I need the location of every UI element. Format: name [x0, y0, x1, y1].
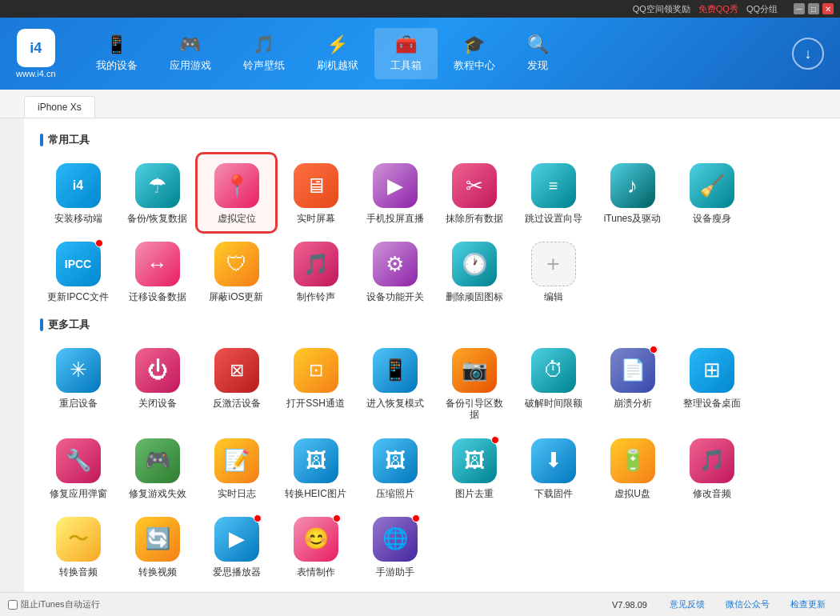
tool-edit-audio[interactable]: 🎵 修改音频	[674, 430, 750, 506]
nav-tutorial-label: 教程中心	[454, 58, 495, 73]
tool-update-ipcc[interactable]: IPCC 更新IPCC文件	[40, 234, 116, 309]
nav-tutorial[interactable]: 🎓 教程中心	[438, 28, 511, 79]
nav-my-device-label: 我的设备	[96, 58, 138, 73]
check-update-link[interactable]: 检查更新	[790, 598, 826, 610]
nav-toolbox[interactable]: 🧰 工具箱	[374, 28, 438, 79]
virtual-location-icon: 📍	[214, 163, 259, 208]
itunes-checkbox[interactable]	[8, 600, 18, 610]
tool-aisi-player[interactable]: ▶ 爱思播放器	[198, 509, 274, 584]
heic-icon: 🖼	[294, 438, 338, 483]
tool-fix-game[interactable]: 🎮 修复游戏失效	[119, 430, 195, 506]
firmware-icon: ⬇	[531, 438, 576, 483]
nav-toolbox-label: 工具箱	[390, 58, 422, 73]
tool-restart[interactable]: ✳ 重启设备	[40, 340, 116, 427]
log-icon: 📝	[214, 438, 259, 483]
virtual-location-label: 虚拟定位	[218, 213, 256, 224]
itunes-icon: ♪	[610, 163, 655, 208]
device-toggle-icon: ⚙	[373, 242, 418, 286]
itunes-label: iTunes及驱动	[604, 213, 662, 224]
device-toggle-label: 设备功能开关	[366, 291, 424, 302]
compress-label: 压缩照片	[376, 488, 414, 499]
organize-label: 整理设备桌面	[683, 398, 741, 409]
tool-backup-restore[interactable]: ☂ 备份/恢复数据	[119, 155, 195, 230]
itunes-checkbox-area[interactable]: 阻止iTunes自动运行	[8, 598, 100, 610]
tool-emoji-make[interactable]: 😊 表情制作	[278, 509, 354, 584]
tool-migrate-data[interactable]: ↔ 迁移设备数据	[119, 234, 195, 309]
recovery-label: 进入恢复模式	[366, 398, 424, 409]
status-bar: 阻止iTunes自动运行 V7.98.09 意见反馈 微信公众号 检查更新	[0, 592, 840, 616]
tool-install-app[interactable]: i4 安装移动端	[40, 155, 116, 230]
maximize-button[interactable]: □	[808, 3, 819, 14]
ad-item-3[interactable]: QQ分组	[746, 3, 778, 15]
nav-flash[interactable]: ⚡ 刷机越狱	[301, 28, 374, 79]
tool-close-device[interactable]: ⏻ 关闭设备	[119, 340, 195, 427]
tool-make-ringtone[interactable]: 🎵 制作铃声	[278, 234, 354, 309]
tool-edit-placeholder[interactable]: + 编辑	[515, 234, 591, 309]
tool-organize-desktop[interactable]: ⊞ 整理设备桌面	[674, 340, 750, 427]
feedback-link[interactable]: 意见反馈	[670, 598, 705, 610]
logo-icon: i4	[17, 29, 55, 67]
convert-video-label: 转换视频	[138, 566, 177, 578]
nav-ringtone[interactable]: 🎵 铃声壁纸	[227, 28, 301, 79]
tool-itunes-driver[interactable]: ♪ iTunes及驱动	[594, 155, 670, 230]
tool-skip-setup[interactable]: ≡ 跳过设置向导	[515, 155, 591, 230]
tool-realtime-screen[interactable]: 🖥 实时屏幕	[278, 155, 354, 230]
tool-virtual-udisk[interactable]: 🔋 虚拟U盘	[594, 430, 670, 506]
backup-label: 备份/恢复数据	[127, 213, 187, 224]
emoji-label: 表情制作	[297, 566, 335, 578]
convert-audio-label: 转换音频	[59, 566, 98, 578]
tool-open-ssh[interactable]: ⊡ 打开SSH通道	[278, 340, 354, 427]
restart-label: 重启设备	[59, 398, 98, 409]
tool-backup-partition[interactable]: 📷 备份引导区数据	[436, 340, 512, 427]
tool-convert-audio[interactable]: 〜 转换音频	[40, 509, 116, 584]
phone-assistant-label: 手游助手	[376, 566, 414, 578]
ringtone-icon: 🎵	[253, 34, 274, 55]
photo-dup-badge	[491, 436, 499, 444]
minimize-button[interactable]: ─	[794, 3, 805, 14]
tool-convert-video[interactable]: 🔄 转换视频	[119, 509, 195, 584]
ad-item-2[interactable]: 免费QQ秀	[698, 3, 738, 15]
wipe-data-label: 抹除所有数据	[446, 213, 503, 224]
ad-item-1[interactable]: QQ空间领奖励	[633, 3, 690, 15]
nav-ringtone-label: 铃声壁纸	[243, 58, 285, 73]
screen-broadcast-icon: ▶	[373, 163, 418, 208]
aisi-player-label: 爱思播放器	[213, 566, 261, 578]
content-area: 常用工具 i4 安装移动端 ☂ 备份/恢复数据 📍 虚拟定位 🖥 实时屏幕 ▶ …	[24, 118, 840, 592]
backup-partition-icon: 📷	[452, 348, 497, 393]
tool-wipe-data[interactable]: ✂ 抹除所有数据	[436, 155, 512, 230]
shield-ios-label: 屏蔽iOS更新	[209, 291, 263, 302]
common-tools-grid: i4 安装移动端 ☂ 备份/恢复数据 📍 虚拟定位 🖥 实时屏幕 ▶ 手机投屏直…	[40, 155, 824, 310]
remove-icon-icon: 🕐	[452, 242, 497, 286]
nav-my-device[interactable]: 📱 我的设备	[80, 28, 154, 79]
tool-remove-photo-dup[interactable]: 🖼 图片去重	[436, 430, 512, 506]
tool-remove-icon[interactable]: 🕐 删除顽固图标	[436, 234, 512, 309]
log-label: 实时日志	[218, 488, 256, 499]
close-button[interactable]: ✕	[822, 3, 834, 14]
nav-discover[interactable]: 🔍 发现	[511, 28, 565, 79]
migrate-label: 迁移设备数据	[129, 291, 186, 302]
tool-recovery-mode[interactable]: 📱 进入恢复模式	[357, 340, 433, 427]
udisk-label: 虚拟U盘	[614, 488, 650, 499]
tool-device-toggle[interactable]: ⚙ 设备功能开关	[357, 234, 433, 309]
tool-phone-assistant[interactable]: 🌐 手游助手	[357, 509, 433, 584]
tool-break-timelimit[interactable]: ⏱ 破解时间限额	[515, 340, 591, 427]
tool-fix-app-crash[interactable]: 🔧 修复应用弹窗	[40, 430, 116, 506]
tool-crash-analysis[interactable]: 📄 崩溃分析	[594, 340, 670, 427]
close-device-label: 关闭设备	[138, 398, 177, 409]
ssh-icon: ⊡	[294, 348, 338, 393]
tool-realtime-log[interactable]: 📝 实时日志	[198, 430, 274, 506]
tool-virtual-location[interactable]: 📍 虚拟定位	[198, 155, 274, 230]
ringtone-make-icon: 🎵	[294, 242, 338, 286]
download-button[interactable]: ↓	[792, 38, 824, 70]
nav-apps-games[interactable]: 🎮 应用游戏	[154, 28, 227, 79]
edit-audio-icon: 🎵	[690, 438, 734, 483]
tool-screen-broadcast[interactable]: ▶ 手机投屏直播	[357, 155, 433, 230]
tool-deactivate[interactable]: ⊠ 反激活设备	[198, 340, 274, 427]
tool-download-firmware[interactable]: ⬇ 下载固件	[515, 430, 591, 506]
tool-compress-photo[interactable]: 🖼 压缩照片	[357, 430, 433, 506]
tool-convert-heic[interactable]: 🖼 转换HEIC图片	[278, 430, 354, 506]
tool-device-slim[interactable]: 🧹 设备瘦身	[674, 155, 750, 230]
tool-shield-ios[interactable]: 🛡 屏蔽iOS更新	[198, 234, 274, 309]
wechat-link[interactable]: 微信公众号	[726, 598, 770, 610]
device-tab[interactable]: iPhone Xs	[24, 96, 95, 118]
